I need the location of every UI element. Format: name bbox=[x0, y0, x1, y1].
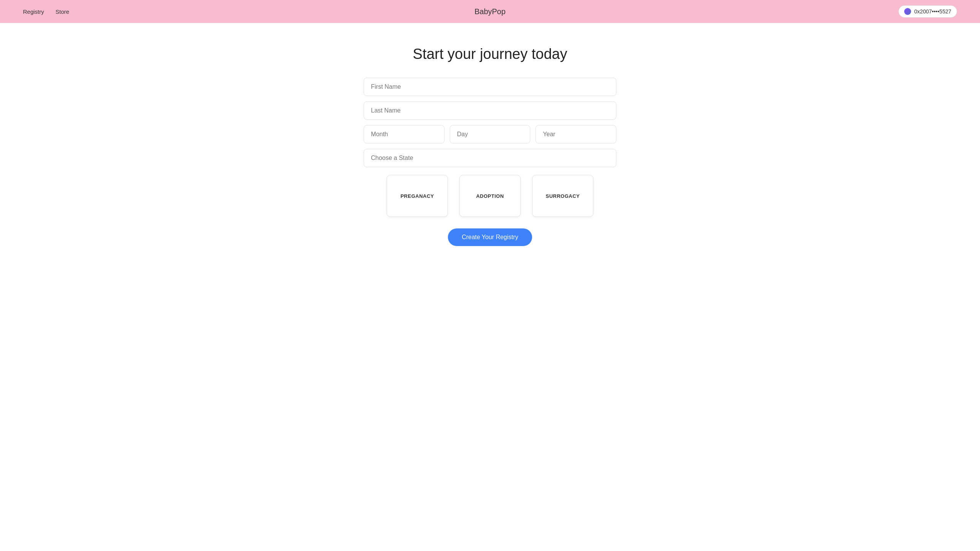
wallet-button[interactable]: 0x2007••••5527 bbox=[898, 5, 957, 18]
main-content: Start your journey today PREGANACY ADOPT… bbox=[0, 23, 980, 551]
page-title: Start your journey today bbox=[413, 46, 567, 62]
state-input[interactable] bbox=[364, 149, 616, 167]
nav-registry[interactable]: Registry bbox=[23, 8, 44, 15]
brand-title: BabyPop bbox=[474, 7, 505, 16]
header: Registry Store BabyPop 0x2007••••5527 bbox=[0, 0, 980, 23]
header-nav: Registry Store bbox=[23, 8, 69, 15]
wallet-avatar bbox=[904, 8, 911, 15]
date-row bbox=[364, 125, 616, 143]
last-name-input[interactable] bbox=[364, 101, 616, 120]
wallet-address: 0x2007••••5527 bbox=[914, 8, 951, 15]
create-registry-button[interactable]: Create Your Registry bbox=[448, 228, 532, 246]
category-adoption[interactable]: ADOPTION bbox=[459, 175, 521, 217]
first-name-input[interactable] bbox=[364, 78, 616, 96]
category-section: PREGANACY ADOPTION SURROGACY bbox=[387, 175, 593, 217]
registration-form bbox=[364, 78, 616, 167]
nav-store[interactable]: Store bbox=[56, 8, 69, 15]
year-input[interactable] bbox=[536, 125, 616, 143]
day-input[interactable] bbox=[450, 125, 531, 143]
category-preganacy[interactable]: PREGANACY bbox=[387, 175, 448, 217]
month-input[interactable] bbox=[364, 125, 444, 143]
category-surrogacy[interactable]: SURROGACY bbox=[532, 175, 593, 217]
